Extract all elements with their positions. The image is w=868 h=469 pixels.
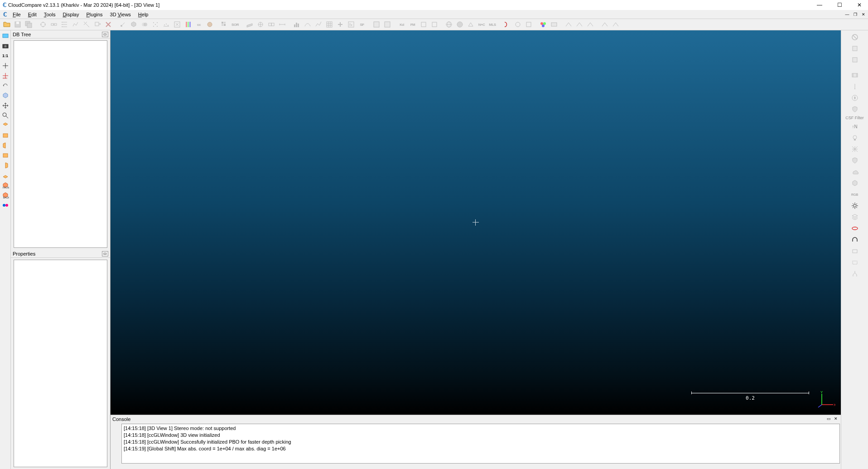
iso-front-view-icon[interactable]: FRONT <box>1 181 10 190</box>
menu-edit[interactable]: Edit <box>24 11 40 18</box>
open-icon[interactable] <box>2 19 12 29</box>
rt-ellipse-icon[interactable] <box>850 223 860 233</box>
tool-c-icon[interactable] <box>585 19 595 29</box>
rt-film-icon[interactable] <box>850 70 860 80</box>
menu-tools[interactable]: Tools <box>40 11 59 18</box>
plugin-7-icon[interactable] <box>524 19 534 29</box>
properties-float-button[interactable]: ▭ <box>102 251 108 256</box>
pick-rotation-center-icon[interactable] <box>38 19 48 29</box>
zoom-icon[interactable] <box>1 111 10 120</box>
tool-b-icon[interactable] <box>574 19 584 29</box>
rt-shield-icon[interactable] <box>850 104 860 114</box>
camera-icon[interactable] <box>1 41 10 50</box>
sf-arithmetic-icon[interactable]: fx <box>346 19 356 29</box>
compute-distance-icon[interactable] <box>277 19 287 29</box>
level-icon[interactable] <box>49 19 59 29</box>
rotate-view-icon[interactable] <box>1 81 10 90</box>
rt-tree-icon[interactable] <box>850 269 860 279</box>
rt-1-icon[interactable] <box>850 44 860 53</box>
plugin-3-icon[interactable] <box>429 19 439 29</box>
tool-d-icon[interactable] <box>600 19 610 29</box>
merge-icon[interactable] <box>140 19 149 29</box>
primitive-factory-icon[interactable] <box>205 19 215 29</box>
rasterize-icon[interactable] <box>219 19 229 29</box>
front-view-icon[interactable] <box>1 131 10 140</box>
back-view-icon[interactable] <box>1 151 10 160</box>
histogram-icon[interactable] <box>292 19 302 29</box>
mdi-close-button[interactable]: ✕ <box>860 11 867 18</box>
auto-pick-center-icon[interactable]: auto <box>1 71 10 80</box>
color-scale-icon[interactable] <box>183 19 193 29</box>
rt-needle-icon[interactable] <box>850 82 860 92</box>
save-all-icon[interactable] <box>24 19 34 29</box>
align-icon[interactable] <box>266 19 276 29</box>
plugin-1-icon[interactable] <box>371 19 381 29</box>
stat-test-icon[interactable] <box>303 19 313 29</box>
mdi-restore-button[interactable]: ❐ <box>852 11 859 18</box>
point-picking-icon[interactable] <box>118 19 128 29</box>
minimize-button[interactable]: — <box>814 2 825 8</box>
sf-grid-icon[interactable] <box>324 19 334 29</box>
iso-back-view-icon[interactable]: BACK <box>1 191 10 200</box>
plugin-2-icon[interactable] <box>419 19 429 29</box>
flickr-icon[interactable] <box>1 201 10 210</box>
db-tree-body[interactable] <box>14 40 107 248</box>
plugin-classify-icon[interactable] <box>382 19 392 29</box>
no-entry-icon[interactable] <box>850 32 860 42</box>
menu-display[interactable]: Display <box>59 11 82 18</box>
delete-sf-icon[interactable] <box>172 19 182 29</box>
plugin-4-icon[interactable] <box>466 19 476 29</box>
kd-tree-icon[interactable]: Kd <box>397 19 407 29</box>
subsample-icon[interactable] <box>150 19 160 29</box>
plugin-8-icon[interactable] <box>549 19 559 29</box>
add-constant-sf-icon[interactable] <box>335 19 345 29</box>
fm-icon[interactable]: FM <box>408 19 418 29</box>
close-button[interactable]: ✕ <box>854 2 865 8</box>
sphere-icon[interactable] <box>455 19 465 29</box>
segment-icon[interactable] <box>82 19 92 29</box>
rt-box-icon[interactable] <box>850 246 860 256</box>
rt-shield2-icon[interactable] <box>850 155 860 165</box>
delete-icon[interactable] <box>103 19 113 29</box>
globe-icon[interactable] <box>444 19 454 29</box>
pick-center-icon[interactable] <box>1 61 10 70</box>
right-view-icon[interactable] <box>1 161 10 170</box>
rt-cloud-icon[interactable] <box>850 167 860 177</box>
rt-mesh-icon[interactable] <box>850 144 860 154</box>
rt-layers-icon[interactable] <box>850 212 860 222</box>
3d-viewport[interactable]: 0.2 X Y <box>111 30 841 415</box>
rt-rgb-icon[interactable]: RGB <box>850 189 860 199</box>
trace-polyline-icon[interactable] <box>71 19 81 29</box>
nc-icon[interactable]: N+C <box>477 19 487 29</box>
rt-dotbox-icon[interactable] <box>850 257 860 267</box>
bottom-view-icon[interactable] <box>1 171 10 180</box>
point-list-picking-icon[interactable] <box>60 19 70 29</box>
sample-points-icon[interactable] <box>161 19 171 29</box>
set-view-icon[interactable] <box>1 31 10 40</box>
menu-help[interactable]: Help <box>135 11 152 18</box>
move-icon[interactable] <box>1 101 10 110</box>
maximize-button[interactable]: ☐ <box>834 2 845 8</box>
console-body[interactable]: [14:15:18] [3D View 1] Stereo mode: not … <box>121 424 840 464</box>
app-menu-icon[interactable]: ℂ <box>1 11 9 18</box>
save-icon[interactable] <box>13 19 23 29</box>
cc-histogram-icon[interactable]: cc <box>194 19 204 29</box>
tool-a-icon[interactable] <box>564 19 574 29</box>
clone-icon[interactable] <box>129 19 139 29</box>
fit-plane-icon[interactable] <box>245 19 255 29</box>
menu-plugins[interactable]: Plugins <box>82 11 106 18</box>
menu-file[interactable]: File <box>9 11 24 18</box>
console-close-button[interactable]: ✕ <box>833 416 839 422</box>
plugin-5-icon[interactable] <box>502 19 512 29</box>
plugin-6-icon[interactable] <box>513 19 523 29</box>
properties-body[interactable] <box>14 260 107 467</box>
mls-icon[interactable]: MLS <box>487 19 497 29</box>
rt-gear-icon[interactable] <box>850 201 860 211</box>
register-icon[interactable] <box>256 19 265 29</box>
rt-north-icon[interactable]: ↑N <box>850 121 860 131</box>
tool-e-icon[interactable] <box>611 19 621 29</box>
mdi-minimize-button[interactable]: — <box>844 11 851 18</box>
sf-editor-icon[interactable]: SF <box>357 19 367 29</box>
rt-bulb-icon[interactable] <box>850 133 860 143</box>
color-plugin-icon[interactable] <box>538 19 548 29</box>
